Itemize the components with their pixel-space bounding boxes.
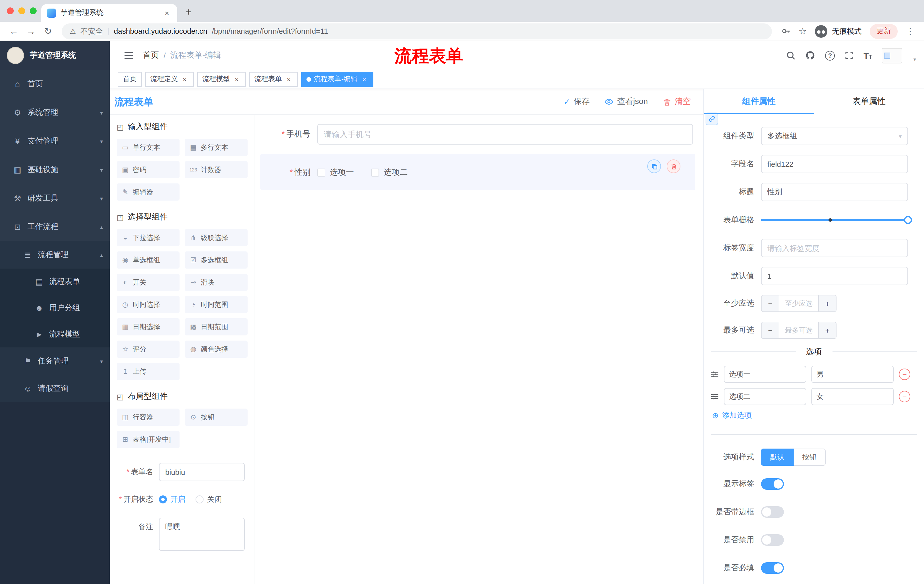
status-on-radio[interactable]: 开启	[159, 494, 185, 505]
comp-date-picker[interactable]: ▦ 日期选择	[117, 318, 180, 336]
comp-button[interactable]: ⊙ 按钮	[185, 409, 248, 426]
min-select-value[interactable]: 至少应选	[779, 295, 819, 311]
comp-password[interactable]: ▣ 密码	[117, 161, 180, 178]
hamburger-icon[interactable]	[124, 50, 134, 61]
checkbox[interactable]	[317, 169, 325, 176]
comp-switch[interactable]: ◐ 开关	[117, 274, 180, 291]
sidebar-item-devtools[interactable]: ⚒ 研发工具 ▾	[0, 184, 110, 212]
tag-process-model[interactable]: 流程模型 ×	[197, 72, 246, 87]
field-name-input[interactable]	[761, 155, 908, 173]
link-icon[interactable]	[706, 113, 718, 125]
comp-time-range[interactable]: ◔ 时间范围	[185, 296, 248, 313]
tag-close-icon[interactable]: ×	[233, 75, 241, 83]
breadcrumb-home[interactable]: 首页	[143, 50, 159, 61]
sidebar-item-workflow[interactable]: ⊡ 工作流程 ▴	[0, 212, 110, 241]
avatar[interactable]	[882, 48, 903, 63]
label-width-input[interactable]	[761, 239, 908, 257]
gender-option-1[interactable]: 选项一	[317, 168, 354, 178]
sidebar-item-payment[interactable]: ¥ 支付管理 ▾	[0, 127, 110, 155]
forward-icon[interactable]: →	[23, 23, 39, 39]
tag-home[interactable]: 首页	[118, 72, 142, 87]
comp-input-text[interactable]: ▭ 单行文本	[117, 139, 180, 156]
reload-icon[interactable]: ↻	[40, 23, 56, 39]
save-button[interactable]: ✓ 保存	[563, 97, 589, 107]
decrement-button[interactable]: −	[762, 322, 779, 338]
form-name-input[interactable]	[159, 463, 245, 481]
avatar-caret-icon[interactable]: ▾	[913, 57, 916, 62]
comp-select[interactable]: ◒ 下拉选择	[117, 229, 180, 246]
window-minimize-button[interactable]	[18, 7, 25, 14]
comp-table[interactable]: ⊞ 表格[开发中]	[117, 431, 180, 448]
increment-button[interactable]: +	[819, 295, 836, 311]
back-icon[interactable]: ←	[6, 23, 22, 39]
default-value-input[interactable]	[761, 267, 908, 285]
remove-option-button[interactable]: −	[899, 391, 910, 402]
tag-close-icon[interactable]: ×	[181, 75, 189, 83]
tag-process-form[interactable]: 流程表单 ×	[249, 72, 298, 87]
title-input[interactable]	[761, 183, 908, 201]
remark-textarea[interactable]: 嘿嘿	[159, 518, 245, 551]
search-icon[interactable]	[786, 51, 795, 60]
sidebar-item-leave-query[interactable]: ☺ 请假查询	[0, 375, 110, 402]
comp-textarea[interactable]: ▤ 多行文本	[185, 139, 248, 156]
comp-slider[interactable]: ⊸ 滑块	[185, 274, 248, 291]
status-off-radio[interactable]: 关闭	[196, 494, 222, 505]
comp-cascader[interactable]: ⋔ 级联选择	[185, 229, 248, 246]
decrement-button[interactable]: −	[762, 295, 779, 311]
checkbox[interactable]	[371, 169, 379, 176]
delete-field-button[interactable]	[667, 160, 680, 173]
max-select-value[interactable]: 最多可选	[779, 322, 819, 338]
comp-rate[interactable]: ☆ 评分	[117, 341, 180, 358]
sidebar-item-task-management[interactable]: ⚑ 任务管理 ▾	[0, 347, 110, 375]
required-switch[interactable]	[761, 562, 784, 574]
new-tab-button[interactable]: +	[181, 4, 197, 20]
increment-button[interactable]: +	[819, 322, 836, 338]
style-default-button[interactable]: 默认	[761, 449, 794, 466]
browser-tab[interactable]: 芋道管理系统 ×	[41, 4, 177, 22]
canvas-field-phone[interactable]: 手机号	[260, 119, 695, 149]
drag-handle-icon[interactable]	[711, 393, 719, 401]
comp-row-container[interactable]: ◫ 行容器	[117, 409, 180, 426]
browser-update-button[interactable]: 更新	[870, 24, 898, 39]
gender-option-2[interactable]: 选项二	[371, 168, 408, 178]
option-value-input[interactable]	[811, 388, 894, 405]
remove-option-button[interactable]: −	[899, 368, 910, 380]
border-switch[interactable]	[761, 506, 784, 518]
window-close-button[interactable]	[7, 7, 14, 14]
help-icon[interactable]: ?	[825, 51, 835, 60]
option-value-input[interactable]	[811, 366, 894, 383]
slider-handle[interactable]	[904, 216, 912, 224]
bookmark-star-icon[interactable]: ☆	[799, 26, 807, 36]
comp-counter[interactable]: 123 计数器	[185, 161, 248, 178]
style-button-button[interactable]: 按钮	[794, 449, 826, 466]
disabled-switch[interactable]	[761, 534, 784, 546]
copy-field-button[interactable]	[647, 160, 661, 173]
sidebar-item-user-group[interactable]: ☻ 用户分组	[0, 295, 110, 321]
comp-date-range[interactable]: ▩ 日期范围	[185, 318, 248, 336]
drag-handle-icon[interactable]	[711, 370, 719, 378]
tab-close-icon[interactable]: ×	[162, 8, 172, 17]
tag-close-icon[interactable]: ×	[360, 75, 368, 83]
sidebar-item-home[interactable]: ⌂ 首页	[0, 70, 110, 98]
canvas-field-gender[interactable]: 性别 选项一 选项二	[260, 154, 695, 190]
password-key-icon[interactable]	[781, 26, 790, 36]
show-label-switch[interactable]	[761, 478, 784, 490]
sidebar-item-infrastructure[interactable]: ▥ 基础设施 ▾	[0, 155, 110, 184]
tab-component-props[interactable]: 组件属性	[704, 89, 814, 114]
view-json-button[interactable]: 查看json	[605, 97, 648, 107]
sidebar-item-process-form[interactable]: ▤ 流程表单	[0, 268, 110, 295]
url-bar[interactable]: ⚠ 不安全 | dashboard.yudao.iocoder.cn /bpm/…	[62, 23, 772, 39]
clear-button[interactable]: 清空	[663, 97, 691, 107]
form-grid-slider[interactable]	[761, 211, 908, 229]
add-option-button[interactable]: ⊕ 添加选项	[712, 410, 924, 421]
tag-close-icon[interactable]: ×	[285, 75, 293, 83]
comp-editor[interactable]: ✎ 编辑器	[117, 183, 180, 201]
comp-time-picker[interactable]: ◷ 时间选择	[117, 296, 180, 313]
phone-input[interactable]	[317, 124, 693, 145]
comp-radio-group[interactable]: ◉ 单选框组	[117, 252, 180, 268]
component-type-select[interactable]: 多选框组 ▾	[761, 127, 908, 145]
font-size-icon[interactable]: TT	[863, 51, 872, 60]
tag-process-definition[interactable]: 流程定义 ×	[145, 72, 194, 87]
option-label-input[interactable]	[724, 366, 806, 383]
window-zoom-button[interactable]	[30, 7, 36, 14]
